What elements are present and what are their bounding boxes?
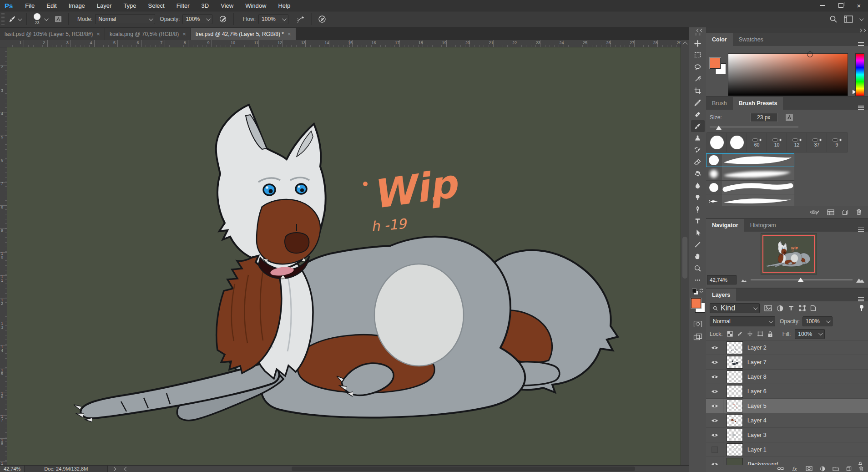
horizontal-scroll-thumb[interactable] (292, 467, 635, 471)
filter-toggle-icon[interactable] (859, 305, 864, 312)
hand-tool[interactable] (691, 250, 705, 262)
tab-histogram[interactable]: Histogram (744, 219, 782, 232)
tab-color[interactable]: Color (706, 33, 733, 46)
new-group-icon[interactable] (833, 466, 839, 471)
lock-artboard-icon[interactable] (757, 331, 763, 337)
new-layer-icon[interactable] (846, 466, 852, 471)
toggle-brush-panel-button[interactable] (52, 15, 65, 24)
scroll-up-icon[interactable] (682, 41, 687, 46)
menu-window[interactable]: Window (239, 2, 272, 9)
tab-brush-presets[interactable]: Brush Presets (733, 97, 783, 110)
layer-visibility-toggle[interactable] (706, 428, 723, 442)
menu-layer[interactable]: Layer (91, 2, 118, 9)
layer-row[interactable]: Layer 8 (706, 370, 868, 384)
link-layers-icon[interactable] (777, 467, 784, 471)
layer-thumbnail[interactable] (727, 356, 743, 369)
panel-menu-icon[interactable] (858, 42, 864, 46)
navigator-zoom-slider[interactable] (751, 277, 853, 283)
saturation-brightness-field[interactable] (728, 53, 848, 96)
layer-row[interactable]: Layer 7 (706, 355, 868, 370)
color-swatch-control[interactable] (690, 298, 706, 316)
close-button[interactable]: × (850, 0, 868, 11)
chevron-down-icon[interactable] (44, 16, 49, 21)
close-tab-icon[interactable]: × (96, 30, 100, 37)
chevron-down-icon[interactable] (859, 16, 864, 21)
menu-view[interactable]: View (215, 2, 239, 9)
layer-name[interactable]: Layer 7 (747, 359, 767, 365)
layer-visibility-toggle[interactable] (706, 399, 723, 413)
layer-name[interactable]: Layer 6 (747, 388, 767, 395)
screen-mode-button[interactable] (692, 332, 704, 342)
ruler-corner[interactable] (0, 40, 7, 47)
layer-visibility-toggle[interactable] (706, 340, 723, 355)
minimize-button[interactable] (813, 0, 832, 11)
layer-visibility-toggle[interactable] (706, 413, 723, 427)
document-size-info[interactable]: Doc: 24,9M/132,8M (24, 466, 108, 472)
menu-3d[interactable]: 3D (196, 2, 215, 9)
opacity-select[interactable]: 100% (182, 14, 212, 24)
quick-mask-button[interactable] (692, 319, 704, 329)
filter-type-layers-icon[interactable] (788, 305, 794, 311)
document-tab[interactable]: koala.png @ 70,5% (RGB/8) × (105, 28, 191, 40)
add-layer-mask-icon[interactable] (806, 466, 812, 471)
dodge-tool[interactable] (691, 191, 705, 203)
layer-visibility-toggle[interactable] (706, 384, 723, 398)
lasso-tool[interactable] (691, 61, 705, 73)
brush-preset-hard-round[interactable] (727, 133, 747, 152)
navigator-zoom-input[interactable]: 42,74% (707, 275, 737, 284)
filter-image-layers-icon[interactable] (764, 305, 772, 311)
quick-selection-tool[interactable] (691, 73, 705, 85)
horizontal-ruler[interactable]: 1234567891011121314151617181920212223242… (7, 40, 681, 47)
brush-stroke-row[interactable] (706, 167, 794, 181)
preview-toggle-icon[interactable] (809, 209, 819, 215)
navigator-view-frame[interactable] (762, 235, 815, 273)
vertical-scroll-thumb[interactable] (682, 237, 687, 279)
workspace-switcher-icon[interactable] (844, 15, 853, 23)
vertical-scrollbar[interactable] (681, 40, 689, 465)
type-tool[interactable] (691, 215, 705, 227)
layer-thumbnail[interactable] (727, 429, 743, 442)
filter-smart-objects-icon[interactable] (810, 305, 816, 311)
brush-stroke-row[interactable] (706, 181, 794, 194)
layer-row[interactable]: Layer 6 (706, 384, 868, 399)
layer-fill-select[interactable]: 100% (795, 329, 825, 339)
menu-edit[interactable]: Edit (40, 2, 62, 9)
layer-name[interactable]: Layer 3 (747, 432, 767, 438)
tab-layers[interactable]: Layers (706, 289, 736, 301)
tool-preset-button[interactable] (6, 15, 23, 23)
layer-name[interactable]: Layer 2 (747, 345, 767, 351)
eraser-tool[interactable] (691, 156, 705, 167)
rectangular-marquee-tool[interactable] (691, 49, 705, 61)
vertical-ruler[interactable]: 2345678910111213141516171819 (0, 47, 7, 465)
scroll-left-icon[interactable] (124, 467, 129, 471)
lock-transparency-icon[interactable] (727, 331, 733, 337)
default-colors-control[interactable] (692, 289, 704, 294)
layer-row[interactable]: Background (706, 457, 868, 465)
menu-file[interactable]: File (19, 2, 40, 9)
blend-mode-select[interactable]: Normal (710, 316, 775, 326)
pressure-opacity-button[interactable] (217, 15, 230, 24)
trash-icon[interactable] (856, 209, 862, 215)
close-tab-icon[interactable]: × (288, 30, 291, 37)
menu-type[interactable]: Type (117, 2, 142, 9)
layer-thumbnail[interactable] (727, 385, 743, 398)
search-icon[interactable] (829, 15, 838, 23)
lock-pixels-icon[interactable] (737, 331, 743, 337)
tab-swatches[interactable]: Swatches (733, 33, 769, 46)
navigator-thumbnail[interactable] (761, 233, 817, 274)
layer-name[interactable]: Layer 8 (747, 374, 767, 380)
clone-stamp-tool[interactable] (691, 132, 705, 144)
brush-preset[interactable]: 60 (747, 133, 767, 152)
restore-button[interactable] (832, 0, 850, 11)
tab-brush[interactable]: Brush (706, 97, 733, 110)
zoom-out-icon[interactable] (741, 278, 747, 282)
layer-thumbnail[interactable] (727, 400, 743, 412)
hue-slider-marker[interactable] (853, 90, 856, 94)
layer-thumbnail[interactable] (727, 341, 743, 354)
spot-healing-brush-tool[interactable] (691, 108, 705, 120)
crop-tool[interactable] (691, 85, 705, 96)
lock-position-icon[interactable] (747, 331, 753, 337)
collapse-tools-button[interactable] (689, 27, 706, 33)
move-tool[interactable] (691, 37, 705, 49)
layer-name[interactable]: Background (747, 461, 778, 465)
